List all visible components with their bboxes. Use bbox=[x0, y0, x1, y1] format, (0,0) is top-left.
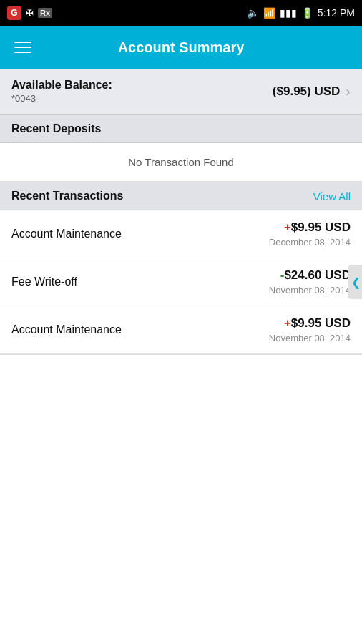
transaction-name: Account Maintenance bbox=[11, 323, 122, 336]
transaction-value: $9.95 USD bbox=[291, 316, 351, 330]
menu-button[interactable] bbox=[11, 39, 34, 56]
transaction-date: November 08, 2014 bbox=[269, 333, 351, 343]
balance-right: ($9.95) USD › bbox=[273, 83, 351, 99]
signal-icon: ▮▮▮ bbox=[280, 7, 297, 19]
page-title: Account Summary bbox=[118, 39, 245, 56]
hamburger-line-3 bbox=[14, 52, 31, 53]
hamburger-line-1 bbox=[14, 42, 31, 43]
rx-icon: Rx bbox=[38, 8, 52, 18]
g-icon: G bbox=[7, 6, 21, 20]
battery-icon: 🔋 bbox=[301, 7, 313, 19]
transaction-sign: + bbox=[284, 316, 291, 330]
time-display: 5:12 PM bbox=[318, 7, 355, 19]
wifi-icon: 📶 bbox=[263, 7, 275, 19]
status-bar-right: 🔈 📶 ▮▮▮ 🔋 5:12 PM bbox=[247, 7, 355, 19]
recent-deposits-header: Recent Deposits bbox=[0, 114, 362, 143]
app-header: Account Summary bbox=[0, 26, 362, 69]
transaction-right: -$24.60 USD November 08, 2014 bbox=[269, 268, 351, 296]
balance-section[interactable]: Available Balance: *0043 ($9.95) USD › bbox=[0, 69, 362, 114]
transaction-date: December 08, 2014 bbox=[269, 237, 351, 248]
balance-amount: ($9.95) USD bbox=[273, 84, 340, 99]
transaction-value: $9.95 USD bbox=[291, 220, 351, 234]
recent-transactions-header: Recent Transactions View All bbox=[0, 182, 362, 210]
view-all-link[interactable]: View All bbox=[313, 190, 351, 203]
transaction-sign: + bbox=[284, 220, 291, 234]
account-number: *0043 bbox=[11, 93, 112, 104]
transaction-value: $24.60 USD bbox=[284, 268, 351, 282]
transaction-amount: -$24.60 USD bbox=[269, 268, 351, 283]
balance-label: Available Balance: bbox=[11, 79, 112, 92]
transaction-item[interactable]: Fee Write-off -$24.60 USD November 08, 2… bbox=[0, 258, 362, 306]
transaction-right: +$9.95 USD December 08, 2014 bbox=[269, 220, 351, 248]
balance-info: Available Balance: *0043 bbox=[11, 79, 112, 104]
no-transaction-message: No Transaction Found bbox=[0, 143, 362, 182]
status-bar-left: G ✠ Rx bbox=[7, 6, 52, 20]
transaction-name: Fee Write-off bbox=[11, 275, 77, 288]
transaction-item[interactable]: Account Maintenance +$9.95 USD December … bbox=[0, 210, 362, 258]
transaction-item[interactable]: Account Maintenance +$9.95 USD November … bbox=[0, 306, 362, 354]
status-bar: G ✠ Rx 🔈 📶 ▮▮▮ 🔋 5:12 PM bbox=[0, 0, 362, 26]
mute-icon: 🔈 bbox=[247, 7, 259, 19]
transaction-date: November 08, 2014 bbox=[269, 285, 351, 296]
usb-icon: ✠ bbox=[26, 8, 34, 19]
transaction-amount: +$9.95 USD bbox=[269, 220, 351, 235]
transaction-name: Account Maintenance bbox=[11, 228, 122, 240]
chevron-right-icon: › bbox=[346, 83, 351, 99]
transactions-title: Recent Transactions bbox=[11, 190, 124, 203]
transaction-right: +$9.95 USD November 08, 2014 bbox=[269, 316, 351, 343]
transaction-amount: +$9.95 USD bbox=[269, 316, 351, 331]
empty-space bbox=[0, 355, 362, 641]
side-handle[interactable]: ❮ bbox=[348, 265, 362, 299]
hamburger-line-2 bbox=[14, 47, 31, 48]
